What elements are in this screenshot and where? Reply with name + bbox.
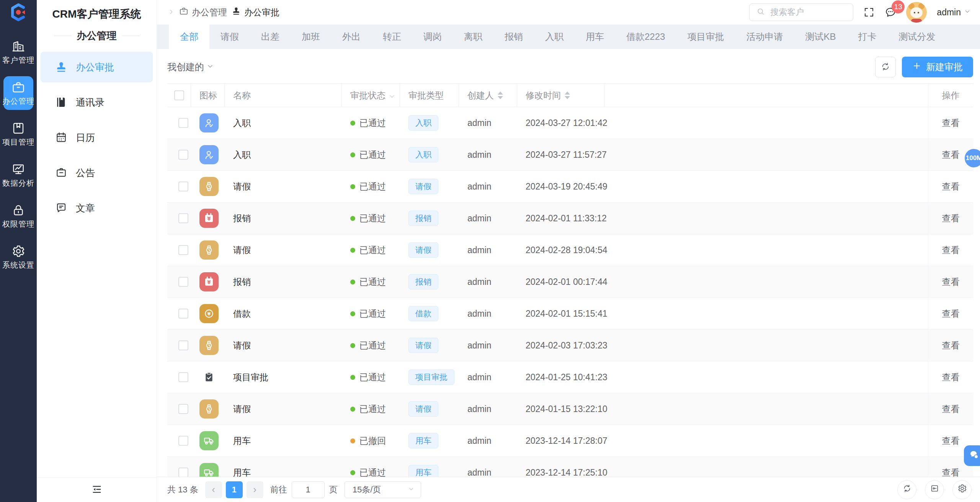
view-link[interactable]: 查看 [942, 213, 960, 224]
page-size-select[interactable]: 15条/页 [345, 481, 421, 498]
col-creator[interactable]: 创建人 [459, 84, 517, 107]
approval-name: 请假 [225, 181, 342, 193]
breadcrumb-item[interactable]: 办公审批 [232, 7, 279, 18]
100m-floating-badge[interactable]: 100M [965, 149, 980, 167]
approval-name: 用车 [225, 435, 342, 447]
select-all-checkbox[interactable] [174, 90, 184, 100]
sidebar-item-系统设置[interactable]: 系统设置 [3, 240, 33, 274]
approval-name: 请假 [225, 244, 342, 256]
sidebar-item-办公管理[interactable]: 办公管理 [3, 76, 33, 110]
tab-测试分发[interactable]: 测试分发 [887, 25, 946, 49]
chat-floating-button[interactable] [964, 445, 980, 466]
tab-请假[interactable]: 请假 [209, 25, 250, 49]
notification-badge: 13 [892, 0, 905, 13]
tab-调岗[interactable]: 调岗 [412, 25, 453, 49]
approval-type-tag: 报销 [408, 211, 438, 226]
tab-转正[interactable]: 转正 [372, 25, 412, 49]
view-link[interactable]: 查看 [942, 181, 960, 193]
tab-活动申请[interactable]: 活动申请 [735, 25, 794, 49]
view-link[interactable]: 查看 [942, 403, 960, 415]
row-checkbox[interactable] [178, 277, 188, 287]
view-link[interactable]: 查看 [942, 467, 960, 477]
tab-入职[interactable]: 入职 [534, 25, 575, 49]
current-page[interactable]: 1 [226, 481, 243, 498]
row-checkbox[interactable] [178, 436, 188, 446]
view-link[interactable]: 查看 [942, 308, 960, 320]
breadcrumb-item[interactable]: 办公管理 [179, 7, 227, 18]
tab-报销[interactable]: 报销 [493, 25, 534, 49]
toolbar: 我创建的 新建审批 [167, 57, 973, 77]
col-status[interactable]: 审批状态 [342, 84, 400, 107]
tab-打卡[interactable]: 打卡 [847, 25, 887, 49]
row-checkbox[interactable] [178, 309, 188, 319]
modified-time: 2024-02-01 11:33:12 [517, 213, 604, 224]
notifications-button[interactable]: 13 [885, 7, 896, 18]
tab-测试KB[interactable]: 测试KB [794, 25, 847, 49]
sidebar-item-数据分析[interactable]: 数据分析 [3, 158, 33, 192]
table-layout-button[interactable] [925, 480, 944, 499]
menu-item-日历[interactable]: 日历 [41, 122, 153, 153]
status-dot-icon [350, 311, 355, 316]
row-checkbox[interactable] [178, 468, 188, 477]
view-link[interactable]: 查看 [942, 340, 960, 352]
watch-icon [199, 240, 219, 260]
module-subtitle: 办公管理 [37, 29, 157, 43]
menu-item-办公审批[interactable]: 办公审批 [41, 52, 153, 82]
tab-项目审批[interactable]: 项目审批 [676, 25, 735, 49]
row-checkbox[interactable] [178, 245, 188, 255]
row-checkbox[interactable] [178, 372, 188, 382]
status-dot-icon [350, 121, 355, 126]
tab-借款2223[interactable]: 借款2223 [615, 25, 676, 49]
view-link[interactable]: 查看 [942, 244, 960, 256]
fullscreen-button[interactable] [863, 7, 875, 18]
menu-item-文章[interactable]: 文章 [41, 193, 153, 223]
row-checkbox[interactable] [178, 150, 188, 160]
primary-sidebar: 客户管理 办公管理 项目管理 数据分析 权限管理 系统设置 [0, 0, 37, 502]
refresh-button[interactable] [875, 57, 896, 77]
creator: admin [459, 277, 517, 287]
search-box[interactable] [749, 3, 853, 21]
creator: admin [459, 468, 517, 477]
sidebar-collapse-button[interactable] [37, 477, 157, 502]
new-approval-button[interactable]: 新建审批 [902, 57, 973, 77]
sidebar-item-权限管理[interactable]: 权限管理 [3, 199, 33, 233]
tab-加班[interactable]: 加班 [291, 25, 331, 49]
next-page-button[interactable]: › [247, 481, 263, 498]
row-checkbox[interactable] [178, 404, 188, 414]
goto-page-input[interactable] [292, 481, 325, 498]
status-dot-icon [350, 375, 355, 380]
tab-外出[interactable]: 外出 [331, 25, 372, 49]
search-input[interactable] [770, 7, 846, 17]
prev-page-button[interactable]: ‹ [205, 481, 222, 498]
view-link[interactable]: 查看 [942, 149, 960, 161]
approval-table-body: 入职 已通过 入职 admin 2024-03-27 12:01:42 查看 入… [167, 107, 973, 477]
top-header: 办公管理 办公审批 13 admin [157, 0, 980, 25]
view-link[interactable]: 查看 [942, 117, 960, 129]
tab-离职[interactable]: 离职 [453, 25, 493, 49]
refresh-icon [902, 484, 912, 495]
table-refresh-button[interactable] [897, 480, 916, 499]
tab-出差[interactable]: 出差 [250, 25, 291, 49]
menu-item-通讯录[interactable]: 通讯录 [41, 87, 153, 118]
plus-icon [912, 61, 921, 73]
tab-全部[interactable]: 全部 [169, 25, 209, 49]
briefcase-icon [179, 7, 188, 18]
sidebar-item-客户管理[interactable]: 客户管理 [3, 35, 33, 69]
table-row: 入职 已通过 入职 admin 2024-03-27 11:57:27 查看 [167, 139, 973, 171]
view-link[interactable]: 查看 [942, 435, 960, 447]
created-by-filter[interactable]: 我创建的 [167, 61, 214, 73]
menu-item-公告[interactable]: 公告 [41, 157, 153, 188]
row-checkbox[interactable] [178, 213, 188, 223]
user-menu[interactable]: admin [937, 7, 971, 18]
table-header: 图标 名称 审批状态 审批类型 创建人 修改时间 操作 [167, 83, 973, 107]
row-checkbox[interactable] [178, 118, 188, 128]
sidebar-item-项目管理[interactable]: 项目管理 [3, 117, 33, 151]
row-checkbox[interactable] [178, 340, 188, 350]
view-link[interactable]: 查看 [942, 371, 960, 383]
avatar[interactable] [906, 2, 927, 23]
view-link[interactable]: 查看 [942, 276, 960, 288]
table-settings-button[interactable] [952, 480, 972, 499]
row-checkbox[interactable] [178, 182, 188, 191]
col-time[interactable]: 修改时间 [517, 84, 604, 107]
tab-用车[interactable]: 用车 [575, 25, 615, 49]
